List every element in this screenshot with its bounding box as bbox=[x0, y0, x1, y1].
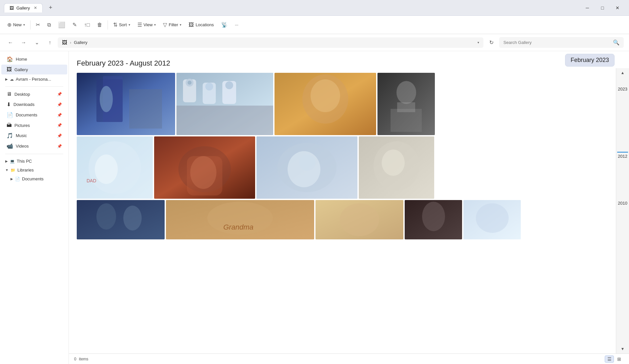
scroll-up-button[interactable]: ▲ bbox=[619, 70, 627, 76]
more-button[interactable]: ··· bbox=[232, 20, 242, 29]
photo-8-inner bbox=[359, 136, 434, 199]
downloads-label: Downloads bbox=[13, 102, 34, 107]
close-button[interactable]: ✕ bbox=[610, 3, 625, 13]
photo-9[interactable] bbox=[77, 200, 165, 239]
delete-button[interactable]: 🗑 bbox=[94, 20, 106, 30]
cast-button[interactable]: 📡 bbox=[218, 20, 231, 30]
photo-5[interactable]: DAD bbox=[77, 136, 153, 199]
svg-rect-31 bbox=[187, 156, 222, 195]
minimize-button[interactable]: ─ bbox=[580, 3, 595, 13]
separator-1 bbox=[30, 20, 30, 30]
gallery-content: February 2023 February 2023 - August 201… bbox=[69, 51, 629, 364]
photo-13[interactable] bbox=[463, 200, 521, 239]
tab-close-icon[interactable]: ✕ bbox=[34, 6, 37, 10]
add-tab-button[interactable]: + bbox=[45, 3, 56, 13]
sidebar-item-home[interactable]: 🏠 Home bbox=[1, 54, 67, 64]
scroll-down-button[interactable]: ▼ bbox=[619, 346, 627, 352]
photo-7[interactable] bbox=[256, 136, 357, 199]
sidebar-item-music[interactable]: 🎵 Music 📌 bbox=[1, 131, 67, 141]
separator-2 bbox=[108, 20, 108, 30]
paste-icon: ⬜ bbox=[58, 21, 65, 29]
sidebar-lib-documents[interactable]: ▶ 📄 Documents bbox=[0, 174, 69, 183]
sidebar-avram[interactable]: ▶ ☁ Avram - Persona... bbox=[0, 75, 69, 84]
filter-button[interactable]: ▽ Filter ▾ bbox=[160, 20, 185, 30]
rename-button[interactable]: ✎ bbox=[69, 20, 80, 30]
pin-icon-documents: 📌 bbox=[57, 113, 62, 117]
photo-8[interactable] bbox=[359, 136, 434, 199]
libraries-icon: 📁 bbox=[10, 168, 15, 172]
svg-point-46 bbox=[340, 203, 379, 236]
view-toggle: ☰ ⊞ bbox=[605, 355, 624, 363]
forward-button[interactable]: → bbox=[18, 37, 29, 48]
photo-6[interactable] bbox=[154, 136, 255, 199]
photo-2[interactable] bbox=[176, 73, 273, 135]
photo-11[interactable] bbox=[315, 200, 403, 239]
new-icon: ⊕ bbox=[7, 22, 11, 28]
search-input[interactable] bbox=[503, 40, 611, 45]
back-button[interactable]: ← bbox=[5, 37, 16, 48]
pin-icon-desktop: 📌 bbox=[57, 92, 62, 96]
sidebar-item-pictures[interactable]: 🏔 Pictures 📌 bbox=[1, 120, 67, 130]
new-button[interactable]: ⊕ New ▾ bbox=[4, 20, 28, 30]
more-icon: ··· bbox=[235, 22, 238, 27]
photo-12[interactable] bbox=[405, 200, 462, 239]
search-box[interactable]: 🔍 bbox=[499, 37, 624, 48]
locations-button[interactable]: 🖼 Locations bbox=[185, 20, 217, 30]
title-bar-left: 🖼 Gallery ✕ + bbox=[4, 3, 56, 13]
sort-button[interactable]: ⇅ Sort ▾ bbox=[110, 20, 133, 30]
sidebar-item-desktop[interactable]: 🖥 Desktop 📌 bbox=[1, 89, 67, 99]
refresh-button[interactable]: ↻ bbox=[486, 37, 497, 48]
svg-point-50 bbox=[476, 203, 509, 233]
photo-5-inner: DAD bbox=[77, 136, 153, 199]
up-button[interactable]: ↑ bbox=[45, 37, 55, 48]
gallery-tab[interactable]: 🖼 Gallery ✕ bbox=[4, 3, 43, 12]
share-icon: ↑□ bbox=[84, 22, 90, 28]
photo-row-1 bbox=[77, 73, 621, 135]
new-label: New bbox=[13, 22, 22, 27]
details-view-button[interactable]: ☰ bbox=[605, 355, 614, 363]
sidebar-item-videos[interactable]: 📹 Videos 📌 bbox=[1, 141, 67, 151]
svg-point-3 bbox=[100, 86, 113, 112]
pin-icon-music: 📌 bbox=[57, 133, 62, 138]
year-2012[interactable]: 2012 bbox=[617, 152, 628, 160]
photo-4[interactable] bbox=[377, 73, 435, 135]
photo-1[interactable] bbox=[77, 73, 175, 135]
svg-point-11 bbox=[205, 83, 213, 91]
main-container: 🏠 Home 🖼 Gallery ▶ ☁ Avram - Persona... … bbox=[0, 51, 629, 364]
sidebar-item-documents[interactable]: 📄 Documents 📌 bbox=[1, 110, 67, 120]
sidebar-item-downloads[interactable]: ⬇ Downloads 📌 bbox=[1, 99, 67, 110]
sidebar-libraries[interactable]: ▼ 📁 Libraries bbox=[0, 166, 69, 174]
desktop-label: Desktop bbox=[14, 92, 30, 97]
photo-3[interactable] bbox=[274, 73, 376, 135]
view-label: View bbox=[144, 22, 153, 27]
desktop-icon: 🖥 bbox=[7, 91, 12, 97]
paste-button[interactable]: ⬜ bbox=[55, 19, 69, 30]
documents-label: Documents bbox=[16, 112, 37, 117]
photo-10[interactable]: Grandma bbox=[166, 200, 314, 239]
address-path[interactable]: 🖼 › Gallery ▾ bbox=[58, 37, 483, 48]
recent-button[interactable]: ⌄ bbox=[31, 37, 42, 48]
year-2010[interactable]: 2010 bbox=[617, 199, 628, 207]
tiles-view-button[interactable]: ⊞ bbox=[615, 355, 624, 363]
maximize-button[interactable]: □ bbox=[595, 3, 610, 13]
filter-icon: ▽ bbox=[163, 22, 167, 28]
copy-button[interactable]: ⧉ bbox=[44, 20, 54, 30]
view-icon: ☰ bbox=[137, 22, 142, 28]
lib-doc-icon: 📄 bbox=[15, 177, 20, 181]
svg-point-13 bbox=[225, 81, 233, 89]
sidebar: 🏠 Home 🖼 Gallery ▶ ☁ Avram - Persona... … bbox=[0, 51, 69, 364]
path-chevron-icon: ▾ bbox=[477, 41, 479, 44]
share-button[interactable]: ↑□ bbox=[81, 20, 93, 30]
view-button[interactable]: ☰ View ▾ bbox=[134, 20, 159, 30]
year-2023[interactable]: 2023 bbox=[617, 85, 628, 93]
sidebar-this-pc[interactable]: ▶ 💻 This PC bbox=[0, 157, 69, 166]
delete-icon: 🗑 bbox=[97, 22, 102, 28]
rename-icon: ✎ bbox=[72, 22, 77, 28]
title-bar: 🖼 Gallery ✕ + ─ □ ✕ bbox=[0, 0, 629, 16]
svg-point-40 bbox=[96, 203, 116, 230]
sidebar-item-gallery[interactable]: 🖼 Gallery bbox=[1, 65, 67, 74]
photo-7-inner bbox=[256, 136, 357, 199]
cut-button[interactable]: ✂ bbox=[32, 20, 43, 30]
status-bar: 0 items ☰ ⊞ bbox=[69, 354, 629, 364]
sort-chevron-icon: ▾ bbox=[129, 23, 130, 27]
